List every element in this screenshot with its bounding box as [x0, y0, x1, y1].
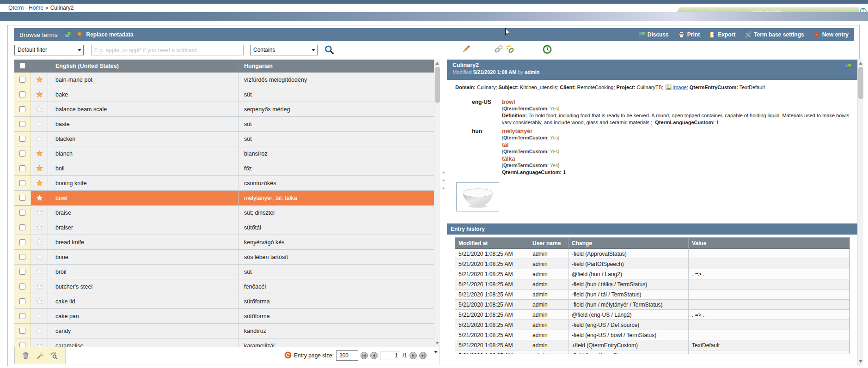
table-row[interactable]: cake lidsütőforma — [14, 294, 434, 309]
match-mode-select[interactable]: Contains — [250, 45, 318, 55]
toolbar-discuss-button[interactable]: Discuss — [638, 31, 669, 38]
table-row[interactable]: candykandíroz — [14, 324, 434, 338]
star-icon[interactable] — [36, 180, 43, 187]
history-header-row: Modified at User name Change Value — [455, 238, 850, 249]
row-checkbox[interactable] — [19, 180, 25, 186]
refresh-icon[interactable] — [284, 351, 292, 360]
star-icon[interactable] — [36, 298, 43, 305]
row-checkbox[interactable] — [19, 224, 25, 230]
filter-preset-select[interactable]: Default filter — [14, 45, 84, 55]
row-checkbox[interactable] — [19, 77, 25, 83]
search-icon[interactable] — [324, 45, 335, 57]
table-row[interactable]: brinesós lében tartósít — [14, 250, 434, 265]
first-page-button[interactable] — [361, 352, 368, 359]
scrollbar-thumb[interactable] — [858, 67, 863, 99]
table-row[interactable]: braisersütőtál — [14, 220, 434, 235]
replace-metadata-button[interactable]: Replace metadata — [86, 31, 134, 38]
row-checkbox[interactable] — [19, 239, 25, 245]
toolbar-new-entry-button[interactable]: New entry — [813, 31, 849, 38]
table-row[interactable]: balance beam scaleserpenyős mérleg — [14, 102, 434, 117]
layout-grid-icon[interactable] — [65, 31, 71, 38]
broken-link-icon[interactable] — [506, 45, 515, 55]
table-row[interactable]: caramelisekaramellizál — [14, 338, 434, 347]
scroll-up-icon[interactable] — [859, 62, 862, 65]
row-checkbox[interactable] — [19, 165, 25, 171]
star-icon[interactable] — [36, 91, 43, 98]
star-icon[interactable] — [36, 106, 43, 113]
star-icon[interactable] — [36, 76, 43, 83]
star-icon[interactable] — [36, 313, 43, 320]
entry-panel-scrollbar[interactable] — [857, 60, 863, 365]
star-icon[interactable] — [36, 165, 43, 172]
row-checkbox[interactable] — [19, 91, 25, 97]
star-icon[interactable] — [36, 194, 43, 201]
table-row[interactable]: bread knifekenyérvágó kés — [14, 235, 434, 250]
table-row[interactable]: broilsüt — [14, 265, 434, 279]
toolbar-export-button[interactable]: Export — [709, 31, 735, 38]
panel-splitter[interactable]: ▸▸▸ — [440, 169, 447, 192]
row-checkbox[interactable] — [19, 195, 25, 201]
scroll-up-icon[interactable] — [435, 62, 439, 65]
table-row[interactable]: blackensüt — [14, 132, 434, 146]
star-icon[interactable] — [36, 121, 43, 127]
star-icon[interactable] — [36, 135, 43, 142]
discuss-entry-icon[interactable] — [844, 63, 852, 72]
table-row[interactable]: cake pansütőforma — [14, 309, 434, 324]
table-row[interactable]: butcher's steelfenőacél — [14, 279, 434, 294]
row-checkbox[interactable] — [19, 151, 25, 157]
table-row[interactable]: bastesüt — [14, 117, 434, 132]
term-text: mélytányér — [502, 128, 566, 134]
star-icon[interactable] — [36, 209, 43, 216]
table-row[interactable]: braisesüt; dinsztel — [14, 205, 434, 220]
toolbar-termbase-settings-button[interactable]: Term base settings — [745, 31, 804, 38]
row-checkbox[interactable] — [19, 328, 25, 334]
row-checkbox[interactable] — [19, 313, 25, 319]
page-number-input[interactable] — [380, 351, 400, 360]
link-icon[interactable] — [494, 45, 503, 55]
page-size-select[interactable]: 200 — [336, 350, 358, 361]
star-icon[interactable] — [36, 239, 43, 246]
table-row[interactable]: blanchblansíroz — [14, 146, 434, 161]
chevron-down-icon — [434, 351, 438, 353]
last-page-button[interactable] — [419, 352, 427, 359]
row-checkbox[interactable] — [19, 284, 25, 290]
toolbar-print-button[interactable]: Print — [678, 31, 700, 38]
table-row[interactable]: bakesüt — [14, 87, 434, 102]
row-checkbox[interactable] — [19, 106, 25, 112]
table-row[interactable]: boilfőz — [14, 161, 434, 176]
scroll-down-icon[interactable] — [859, 360, 862, 363]
term-image[interactable] — [456, 182, 499, 211]
row-checkbox[interactable] — [19, 210, 25, 216]
breadcrumb-home-link[interactable]: Qterm - Home — [8, 5, 43, 11]
star-icon[interactable] — [36, 268, 43, 275]
table-row[interactable]: bowlmélytányér; tál; tálka — [14, 191, 434, 205]
pencil-icon[interactable] — [462, 45, 471, 55]
find-replace-icon[interactable] — [50, 352, 58, 359]
term-list-scrollbar[interactable] — [434, 60, 440, 347]
magic-wand-icon[interactable] — [37, 352, 43, 359]
prev-page-button[interactable] — [370, 352, 378, 359]
history-clock-icon[interactable] — [543, 45, 552, 56]
star-icon[interactable] — [36, 342, 43, 347]
star-icon[interactable] — [36, 150, 43, 157]
star-icon[interactable] — [36, 283, 43, 290]
image-link[interactable]: Image — [672, 84, 687, 90]
table-row[interactable]: boning knifecsontozókés — [14, 176, 434, 191]
trash-icon[interactable] — [22, 352, 29, 359]
next-page-button[interactable] — [410, 352, 417, 359]
row-checkbox[interactable] — [19, 254, 25, 260]
star-icon[interactable] — [36, 253, 43, 260]
table-row[interactable]: bain-marie potvízfürdős melegítőedény — [14, 72, 434, 87]
row-checkbox[interactable] — [19, 136, 25, 142]
search-input[interactable] — [91, 45, 244, 55]
history-col-value: Value — [689, 238, 850, 249]
star-icon[interactable] — [36, 327, 43, 334]
row-checkbox[interactable] — [19, 298, 25, 304]
row-checkbox[interactable] — [19, 269, 25, 275]
star-icon[interactable] — [36, 224, 43, 231]
row-checkbox[interactable] — [19, 121, 25, 127]
select-all-checkbox[interactable] — [19, 63, 25, 69]
row-checkbox[interactable] — [19, 343, 25, 347]
scrollbar-thumb[interactable] — [435, 67, 440, 103]
scroll-down-icon[interactable] — [435, 342, 439, 344]
